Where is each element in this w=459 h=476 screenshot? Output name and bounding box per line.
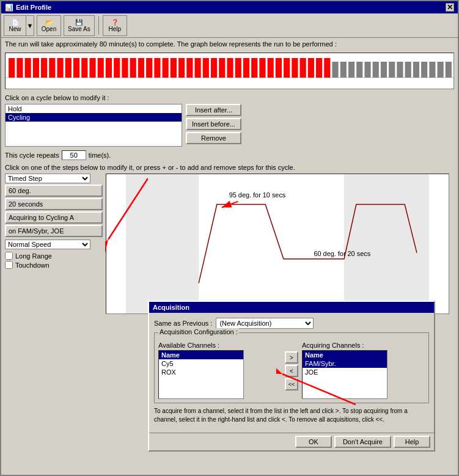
svg-rect-45 xyxy=(364,62,370,78)
touchdown-label: Touchdown xyxy=(15,262,50,269)
svg-rect-51 xyxy=(413,62,419,78)
acquiring-channels-list[interactable]: Name FAM/Sybr. JOE xyxy=(302,350,387,399)
svg-rect-36 xyxy=(292,58,298,78)
step-time-button[interactable]: 20 seconds xyxy=(5,198,103,210)
open-button[interactable]: 📂 Open xyxy=(37,15,61,36)
svg-rect-11 xyxy=(89,58,95,78)
svg-rect-21 xyxy=(171,58,177,78)
new-button-group: 📄 New ▼ xyxy=(4,15,34,36)
help-dialog-button[interactable]: Help xyxy=(394,436,430,448)
available-channels-area: Available Channels : Name Cy5 ROX xyxy=(158,342,281,399)
svg-rect-8 xyxy=(65,58,72,78)
close-button[interactable]: ✕ xyxy=(446,3,454,12)
move-left-button[interactable]: < xyxy=(285,365,298,377)
svg-rect-38 xyxy=(308,58,314,78)
svg-rect-46 xyxy=(373,62,379,78)
svg-rect-42 xyxy=(340,62,347,78)
step-type-row: Timed Step xyxy=(5,174,106,183)
svg-rect-37 xyxy=(300,58,306,78)
svg-rect-30 xyxy=(243,58,249,78)
dialog-content: Same as Previous : (New Acquisition) Pre… xyxy=(149,313,434,433)
long-range-label: Long Range xyxy=(15,252,52,260)
channel-item-rox[interactable]: ROX xyxy=(159,368,243,376)
svg-rect-31 xyxy=(251,58,257,78)
cycle-item-cycling[interactable]: Cycling xyxy=(6,113,182,122)
svg-rect-34 xyxy=(276,58,282,78)
move-all-left-button[interactable]: << xyxy=(285,378,298,390)
svg-rect-7 xyxy=(57,58,63,78)
main-window: 📊 Edit Profile ✕ 📄 New ▼ 📂 Open 💾 Save A… xyxy=(0,0,459,476)
step-speed-select[interactable]: Normal Speed xyxy=(5,240,90,249)
step-speed-row: Normal Speed xyxy=(5,240,106,249)
dialog-title: Acquisition xyxy=(153,304,189,311)
svg-rect-50 xyxy=(405,62,411,78)
step-channel-button[interactable]: on FAM/Sybr, JOE xyxy=(5,225,103,237)
acq-channels-label: Acquiring Channels : xyxy=(302,342,425,349)
acq-config-title: Acquisition Configuration : xyxy=(158,328,239,335)
touchdown-checkbox-row[interactable]: Touchdown xyxy=(5,261,106,269)
insert-before-button[interactable]: Insert before... xyxy=(186,118,241,130)
channel-item-cy5[interactable]: Cy5 xyxy=(159,359,243,368)
cycle-section-label: Click on a cycle below to modify it : xyxy=(1,92,458,103)
remove-button[interactable]: Remove xyxy=(186,132,241,144)
repeat-row: This cycle repeats time(s). xyxy=(1,148,458,163)
move-right-button[interactable]: > xyxy=(285,351,298,364)
pcr-graph-svg xyxy=(6,53,453,89)
long-range-checkbox[interactable] xyxy=(5,252,13,260)
repeat-input[interactable] xyxy=(62,150,86,160)
long-range-checkbox-row[interactable]: Long Range xyxy=(5,252,106,260)
avail-channels-header: Name xyxy=(159,351,243,359)
svg-rect-41 xyxy=(332,62,338,78)
repeat-suffix: time(s). xyxy=(89,152,111,159)
svg-rect-27 xyxy=(219,58,225,78)
dialog-footer: OK Don't Acquire Help xyxy=(149,433,434,450)
save-as-button[interactable]: 💾 Save As xyxy=(64,15,95,36)
repeat-prefix: This cycle repeats xyxy=(5,152,59,159)
svg-rect-39 xyxy=(316,58,322,78)
status-text: The run will take approximately 80 minut… xyxy=(1,38,458,50)
acq-config-section: Acquisition Configuration : Available Ch… xyxy=(154,332,429,403)
step-acquiring-button[interactable]: Acquiring to Cycling A xyxy=(5,211,103,224)
step-degree-button[interactable]: 60 deg. xyxy=(5,185,103,197)
step-controls: Timed Step 60 deg. 20 seconds Acquiring … xyxy=(5,174,106,314)
cycle-item-hold[interactable]: Hold xyxy=(6,104,182,113)
new-icon: 📄 xyxy=(12,19,19,26)
available-channels-list[interactable]: Name Cy5 ROX xyxy=(158,350,244,399)
same-as-prev-label: Same as Previous : xyxy=(154,320,212,327)
svg-rect-4 xyxy=(33,58,39,78)
svg-rect-54 xyxy=(438,62,444,78)
new-button[interactable]: 📄 New xyxy=(4,15,26,36)
dont-acquire-button[interactable]: Don't Acquire xyxy=(334,436,391,448)
svg-rect-12 xyxy=(98,58,104,78)
svg-rect-1 xyxy=(9,58,15,78)
svg-rect-13 xyxy=(106,58,112,78)
svg-rect-49 xyxy=(397,62,403,78)
svg-rect-15 xyxy=(122,58,128,78)
svg-rect-5 xyxy=(41,58,47,78)
titlebar-title: 📊 Edit Profile xyxy=(5,4,51,12)
svg-rect-29 xyxy=(235,58,241,78)
help-button[interactable]: ❓ Help xyxy=(103,15,127,36)
svg-rect-16 xyxy=(130,58,136,78)
step-type-select[interactable]: Timed Step xyxy=(5,174,90,183)
help-icon: ❓ xyxy=(111,19,119,26)
touchdown-checkbox[interactable] xyxy=(5,261,13,269)
step-graph-svg: 95 deg. for 10 secs 60 deg. for 20 secs xyxy=(106,174,449,313)
svg-rect-40 xyxy=(324,58,330,78)
acq-channel-joe[interactable]: JOE xyxy=(303,368,387,376)
cycle-buttons: Insert after... Insert before... Remove xyxy=(186,104,241,147)
ok-button[interactable]: OK xyxy=(295,436,332,448)
steps-label: Click on one of the steps below to modif… xyxy=(1,163,458,172)
acq-channel-fam[interactable]: FAM/Sybr. xyxy=(303,359,387,368)
cycle-list[interactable]: Hold Cycling xyxy=(5,104,182,147)
svg-rect-52 xyxy=(421,62,427,78)
step-graph: 95 deg. for 10 secs 60 deg. for 20 secs xyxy=(106,174,449,314)
svg-text:60 deg. for 20 secs: 60 deg. for 20 secs xyxy=(314,250,370,257)
new-dropdown-arrow[interactable]: ▼ xyxy=(26,15,34,36)
same-as-prev-select[interactable]: (New Acquisition) Previous Acquisition xyxy=(216,318,314,329)
window-icon: 📊 xyxy=(5,4,13,12)
svg-rect-3 xyxy=(25,58,31,78)
insert-after-button[interactable]: Insert after... xyxy=(186,104,241,116)
transfer-buttons: > < << xyxy=(285,342,298,390)
svg-rect-32 xyxy=(259,58,265,78)
